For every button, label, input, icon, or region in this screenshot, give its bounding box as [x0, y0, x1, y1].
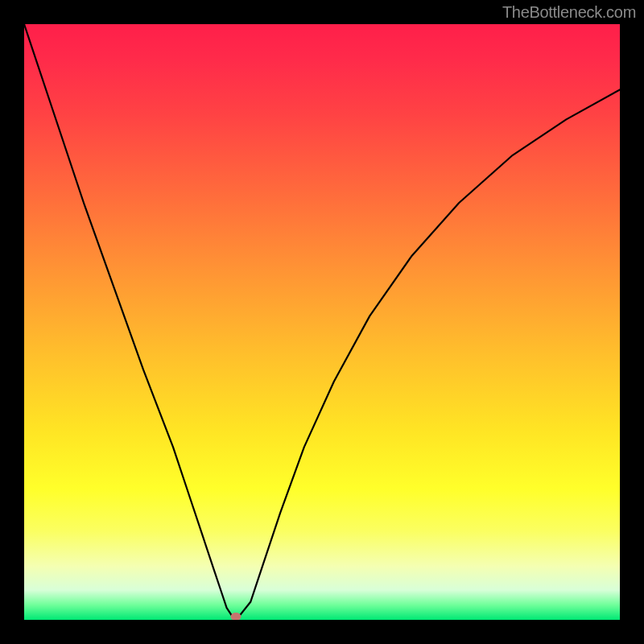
- plot-area: [24, 24, 620, 620]
- optimal-point-marker: [230, 613, 241, 620]
- bottleneck-curve: [24, 24, 620, 617]
- chart-frame: TheBottleneck.com: [0, 0, 644, 644]
- curve-svg: [24, 24, 620, 620]
- watermark-text: TheBottleneck.com: [502, 3, 636, 22]
